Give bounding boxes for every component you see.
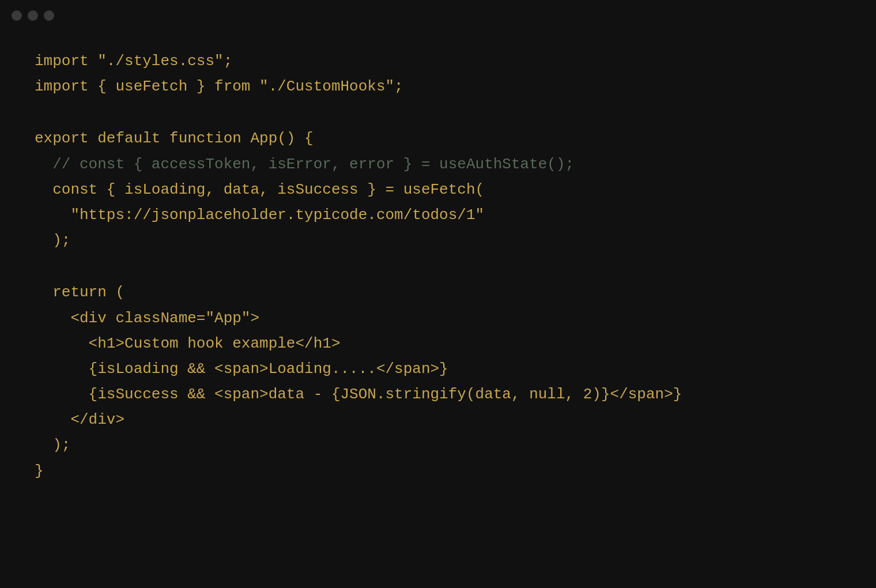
code-line-1: import "./styles.css"; — [35, 48, 841, 74]
code-line-7: "https://jsonplaceholder.typicode.com/to… — [35, 202, 841, 228]
code-line-16: ); — [35, 432, 841, 458]
code-line-8: ); — [35, 228, 841, 253]
maximize-button-icon[interactable] — [44, 10, 54, 21]
code-line-10: return ( — [35, 280, 841, 305]
code-editor[interactable]: import "./styles.css"; import { useFetch… — [0, 31, 876, 501]
code-line-15: </div> — [35, 407, 841, 432]
code-line-13: {isLoading && <span>Loading.....</span>} — [35, 356, 841, 382]
code-line-17: } — [35, 458, 841, 484]
code-line-6: const { isLoading, data, isSuccess } = u… — [35, 177, 841, 202]
code-line-9 — [35, 253, 841, 280]
code-line-11: <div className="App"> — [35, 306, 841, 331]
code-line-4: export default function App() { — [35, 126, 841, 151]
editor-window: import "./styles.css"; import { useFetch… — [0, 0, 876, 588]
code-line-12: <h1>Custom hook example</h1> — [35, 331, 841, 356]
title-bar — [0, 0, 876, 31]
code-line-3 — [35, 99, 841, 126]
code-line-2: import { useFetch } from "./CustomHooks"… — [35, 74, 841, 99]
minimize-button-icon[interactable] — [28, 10, 38, 21]
close-button-icon[interactable] — [12, 10, 22, 21]
code-line-5: // const { accessToken, isError, error }… — [35, 152, 841, 177]
code-line-14: {isSuccess && <span>data - {JSON.stringi… — [35, 382, 841, 407]
